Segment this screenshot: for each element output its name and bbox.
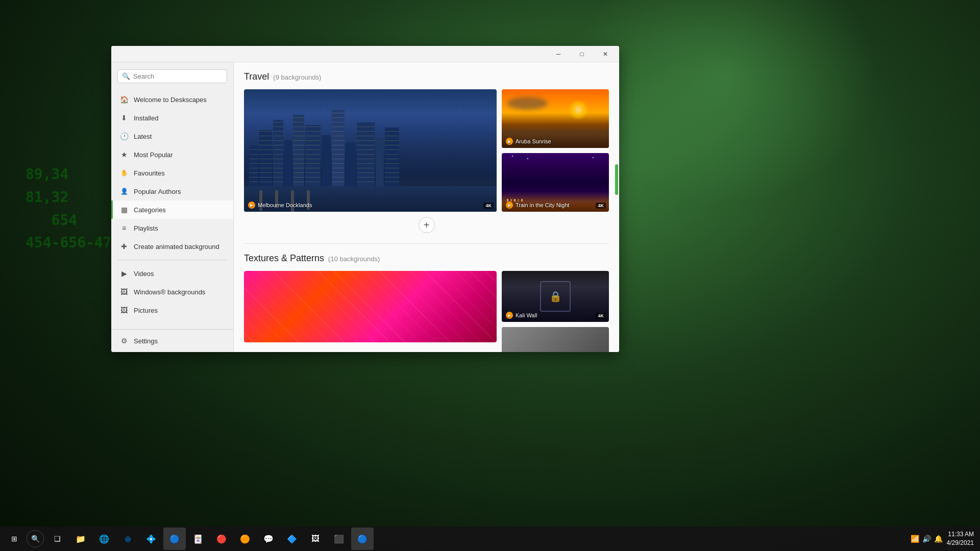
pink-texture-card[interactable]: [244, 271, 497, 352]
ps-icon: 🔷: [287, 534, 297, 544]
taskbar-icon-edge[interactable]: 🌐: [93, 528, 115, 550]
title-bar: ─ □ ✕: [111, 46, 619, 62]
volume-icon[interactable]: 🔊: [922, 535, 931, 543]
melbourne-title: Melbourne Docklands: [258, 202, 312, 208]
taskbar-system-tray: 📶 🔊 🔔: [911, 535, 943, 543]
search-box[interactable]: 🔍: [117, 69, 227, 83]
nav-item-settings[interactable]: ⚙ Settings: [111, 332, 233, 350]
kali-label: ▶ Kali Wall: [506, 312, 537, 319]
hand-icon: ✋: [119, 168, 129, 178]
textures-count: (10 backgrounds): [328, 255, 380, 263]
nav-label-playlists: Playlists: [134, 224, 158, 232]
melbourne-bg-card[interactable]: ▶ Melbourne Docklands 4K: [244, 89, 497, 212]
video-icon: ▶: [119, 269, 129, 278]
textures-side-thumbs: 🔒 ▶ Kali Wall 4K: [502, 271, 609, 352]
nav-item-videos[interactable]: ▶ Videos: [111, 264, 233, 283]
window-body: 🔍 🏠 Welcome to Deskscapes ⬇ Installed 🕐 …: [111, 62, 619, 352]
taskbar-icon-unknown2[interactable]: ⬛: [328, 528, 350, 550]
nav-item-pictures[interactable]: 🖼 Pictures: [111, 301, 233, 319]
taskbar-icon-skype[interactable]: 💬: [257, 528, 280, 550]
network-icon[interactable]: 📶: [911, 535, 919, 543]
unknown1-icon: 🟠: [240, 534, 250, 544]
clock-icon: 🕐: [119, 132, 129, 141]
taskbar-icon-teams2[interactable]: 🔵: [163, 528, 186, 550]
maximize-button[interactable]: □: [570, 46, 594, 62]
melbourne-4k-badge: 4K: [483, 203, 494, 209]
melbourne-bg-image: [244, 89, 497, 212]
travel-count: (9 backgrounds): [273, 73, 321, 81]
textures-section: Textures & Patterns (10 backgrounds): [234, 244, 619, 352]
taskbar-icon-store[interactable]: ⊕: [116, 528, 139, 550]
nav-label-windows-bg: Windows® backgrounds: [134, 288, 205, 296]
taskbar-icon-chrome[interactable]: 🔴: [210, 528, 233, 550]
taskbar-icon-unknown3[interactable]: 🔵: [351, 528, 374, 550]
chrome-icon: 🔴: [216, 534, 227, 544]
taskbar-right-area: 📶 🔊 🔔 11:33 AM 4/29/2021: [911, 530, 978, 547]
explorer-icon: 📁: [76, 534, 86, 544]
train-bg-card[interactable]: ▶ Train in the City Night 4K: [502, 153, 609, 212]
nav-item-windows-bg[interactable]: 🖼 Windows® backgrounds: [111, 283, 233, 301]
taskbar-icon-task-view[interactable]: ❑: [46, 528, 68, 550]
taskbar-icon-solitaire[interactable]: 🃏: [187, 528, 209, 550]
load-more-button[interactable]: +: [419, 217, 435, 233]
nav-label-popular-authors: Popular Authors: [134, 188, 181, 195]
taskbar-icon-photos[interactable]: 🖼: [304, 528, 327, 550]
scroll-indicator[interactable]: [615, 164, 618, 195]
taskbar-search-icon: 🔍: [31, 535, 40, 543]
nav-label-pictures: Pictures: [134, 307, 158, 314]
train-label: ▶ Train in the City Night: [506, 202, 569, 209]
task-view-icon: ❑: [54, 535, 61, 543]
edge-icon: 🌐: [99, 534, 109, 544]
taskbar-search-button[interactable]: 🔍: [27, 530, 44, 547]
taskbar-clock[interactable]: 11:33 AM 4/29/2021: [947, 530, 974, 547]
grid-icon: ▦: [119, 205, 129, 214]
close-button[interactable]: ✕: [594, 46, 617, 62]
kali-label-icon: ▶: [506, 312, 513, 319]
search-icon: 🔍: [122, 72, 130, 80]
settings-icon: ⚙: [119, 336, 129, 345]
solitaire-icon: 🃏: [193, 534, 203, 544]
image-icon-windows: 🖼: [119, 287, 129, 296]
kali-wall-card[interactable]: 🔒 ▶ Kali Wall 4K: [502, 271, 609, 322]
melbourne-label-icon: ▶: [248, 202, 255, 209]
nav-label-welcome: Welcome to Deskscapes: [134, 96, 207, 104]
taskbar-icon-explorer[interactable]: 📁: [69, 528, 92, 550]
nav-item-welcome[interactable]: 🏠 Welcome to Deskscapes: [111, 90, 233, 109]
travel-section: Travel (9 backgrounds): [234, 62, 619, 243]
nav-item-popular-authors[interactable]: 👤 Popular Authors: [111, 182, 233, 201]
taskbar-icon-ps[interactable]: 🔷: [281, 528, 303, 550]
nav-item-favourites[interactable]: ✋ Favourites: [111, 164, 233, 182]
taskbar-icon-unknown1[interactable]: 🟠: [234, 528, 256, 550]
travel-section-header: Travel (9 backgrounds): [244, 71, 609, 82]
download-icon: ⬇: [119, 113, 129, 122]
clock-date: 4/29/2021: [947, 539, 974, 547]
taskbar-icon-teams[interactable]: 💠: [140, 528, 162, 550]
nav-item-create-animated[interactable]: ✚ Create animated background: [111, 237, 233, 256]
nav-item-latest[interactable]: 🕐 Latest: [111, 127, 233, 145]
textures-grid: 🔒 ▶ Kali Wall 4K: [244, 271, 609, 352]
nav-item-installed[interactable]: ⬇ Installed: [111, 109, 233, 127]
nav-label-favourites: Favourites: [134, 169, 165, 177]
photos-icon: 🖼: [311, 534, 320, 543]
aruba-title: Aruba Sunrise: [516, 138, 551, 144]
app-window: ─ □ ✕ 🔍 🏠 Welcome to Deskscapes ⬇ Instal…: [111, 46, 619, 352]
aruba-bg-card[interactable]: ▶ Aruba Sunrise: [502, 89, 609, 148]
nav-item-playlists[interactable]: ≡ Playlists: [111, 219, 233, 237]
nav-label-create-animated: Create animated background: [134, 243, 219, 251]
nav-item-categories[interactable]: ▦ Categories: [111, 201, 233, 219]
star-icon: ★: [119, 150, 129, 159]
nav-label-videos: Videos: [134, 270, 154, 278]
melbourne-label: ▶ Melbourne Docklands: [248, 202, 312, 209]
nav-divider-1: [117, 260, 227, 260]
store-icon: ⊕: [125, 534, 131, 544]
texture-extra-card[interactable]: [502, 327, 609, 352]
notification-icon[interactable]: 🔔: [934, 535, 943, 543]
taskbar: ⊞ 🔍 ❑ 📁 🌐 ⊕ 💠 🔵 🃏 🔴 🟠: [0, 527, 980, 551]
minimize-button[interactable]: ─: [547, 46, 570, 62]
textures-section-header: Textures & Patterns (10 backgrounds): [244, 253, 609, 264]
load-more-travel: +: [244, 212, 609, 238]
list-icon: ≡: [119, 223, 129, 233]
start-button[interactable]: ⊞: [2, 527, 27, 551]
nav-item-most-popular[interactable]: ★ Most Popular: [111, 145, 233, 164]
search-input[interactable]: [133, 72, 223, 80]
